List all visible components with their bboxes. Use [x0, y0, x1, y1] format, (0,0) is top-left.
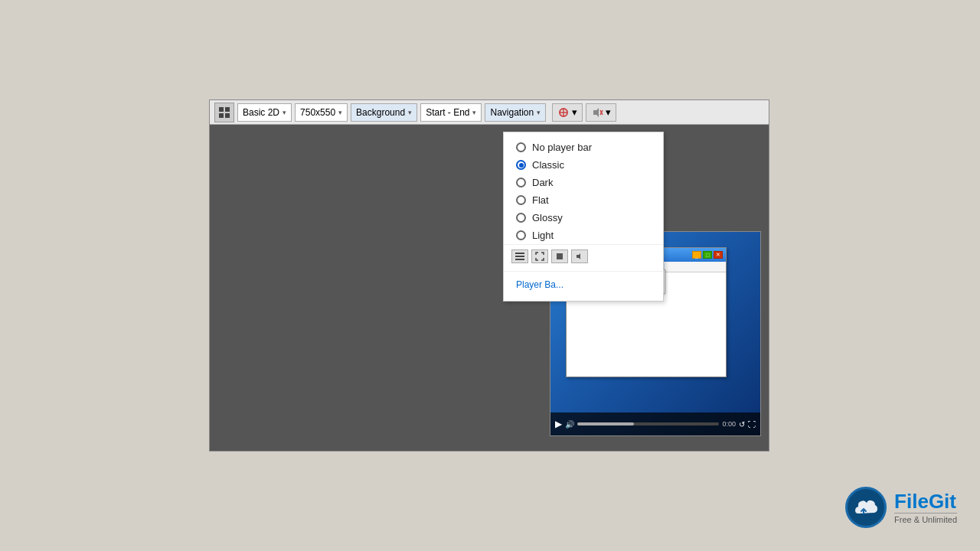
logo-brand-suffix: Git — [929, 490, 956, 513]
fullscreen-button[interactable]: ⛶ — [748, 420, 756, 429]
radio-glossy — [516, 213, 526, 223]
settings-icon — [557, 106, 570, 119]
icon-btn-2-arrow: ▾ — [606, 106, 611, 118]
minimize-btn[interactable]: _ — [692, 251, 701, 259]
grid-icon — [219, 107, 230, 118]
stop-btn[interactable] — [551, 249, 568, 263]
player-time: 0:00 — [722, 420, 736, 428]
svg-marker-3 — [593, 108, 599, 117]
option-classic[interactable]: Classic — [504, 156, 663, 174]
range-dropdown[interactable]: Start - End ▾ — [420, 103, 482, 122]
expand-icon — [535, 252, 544, 261]
volume-button[interactable]: 🔊 — [565, 420, 574, 429]
range-label: Start - End — [426, 107, 469, 118]
radio-dark — [516, 178, 526, 187]
expand-btn[interactable] — [531, 249, 548, 263]
logo-area: FileGit Free & Unlimited — [845, 487, 957, 528]
preset-dropdown[interactable]: Basic 2D ▾ — [237, 103, 292, 122]
radio-light — [516, 230, 526, 240]
logo-circle — [845, 487, 887, 528]
dropdown-divider — [504, 271, 663, 272]
icon-btn-1-arrow: ▾ — [572, 106, 577, 118]
list-view-btn[interactable] — [511, 249, 528, 263]
svg-rect-7 — [515, 256, 524, 257]
background-label: Background — [356, 107, 405, 118]
logo-tagline: Free & Unlimited — [894, 513, 957, 524]
progress-fill — [577, 422, 634, 425]
stop-icon — [556, 253, 564, 260]
preview-player-bar: ▶ 🔊 0:00 ↺ ⛶ — [550, 412, 760, 435]
toolbar: Basic 2D ▾ 750x550 ▾ Background ▾ Start … — [210, 100, 769, 125]
play-button[interactable]: ▶ — [555, 419, 562, 429]
inline-controls-row — [504, 244, 663, 268]
navigation-arrow: ▾ — [537, 109, 541, 116]
dropdown-footer-link[interactable]: Player Ba... — [504, 275, 663, 295]
option-no-player-bar[interactable]: No player bar — [504, 139, 663, 156]
size-label: 750x550 — [300, 107, 335, 118]
logo-brand-prefix: File — [894, 490, 929, 513]
option-flat[interactable]: Flat — [504, 191, 663, 209]
range-arrow: ▾ — [472, 109, 476, 116]
radio-flat — [516, 195, 526, 205]
option-glossy-label: Glossy — [532, 212, 563, 223]
background-dropdown[interactable]: Background ▾ — [351, 103, 417, 122]
list-icon — [515, 252, 524, 261]
svg-rect-9 — [557, 253, 563, 259]
maximize-btn[interactable]: □ — [703, 251, 712, 259]
svg-rect-6 — [515, 253, 524, 254]
grid-view-button[interactable] — [214, 103, 234, 122]
logo-brand: FileGit — [894, 491, 957, 511]
radio-classic — [516, 160, 526, 170]
icon-btn-2[interactable]: ▾ — [586, 103, 616, 122]
background-arrow: ▾ — [408, 109, 412, 116]
svg-marker-10 — [577, 253, 580, 259]
size-dropdown[interactable]: 750x550 ▾ — [295, 103, 348, 122]
size-arrow: ▾ — [338, 109, 342, 116]
close-btn[interactable]: ✕ — [714, 251, 723, 259]
volume-icon — [591, 106, 603, 119]
svg-rect-8 — [515, 259, 524, 260]
option-dark[interactable]: Dark — [504, 174, 663, 191]
radio-no-player-bar — [516, 142, 526, 152]
option-flat-label: Flat — [532, 194, 549, 206]
logo-text-area: FileGit Free & Unlimited — [894, 491, 957, 524]
volume-small-icon — [576, 253, 583, 260]
preview-title-controls: _ □ ✕ — [692, 251, 723, 259]
rewind-button[interactable]: ↺ — [739, 420, 745, 429]
player-bar-dropdown-menu: No player bar Classic Dark Flat Glossy L… — [503, 132, 664, 302]
option-classic-label: Classic — [532, 159, 564, 171]
icon-btn-1[interactable]: ▾ — [552, 103, 583, 122]
option-glossy[interactable]: Glossy — [504, 209, 663, 227]
option-dark-label: Dark — [532, 177, 553, 188]
footer-link-text: Player Ba... — [516, 279, 564, 290]
preset-label: Basic 2D — [243, 107, 279, 118]
option-no-player-bar-label: No player bar — [532, 142, 592, 153]
navigation-label: Navigation — [490, 107, 534, 118]
volume-small-btn[interactable] — [571, 249, 588, 263]
progress-bar[interactable] — [577, 422, 719, 425]
navigation-dropdown[interactable]: Navigation ▾ — [485, 103, 546, 122]
preset-arrow: ▾ — [283, 109, 286, 116]
option-light-label: Light — [532, 230, 554, 241]
cloud-icon — [854, 497, 878, 518]
option-light[interactable]: Light — [504, 227, 663, 244]
